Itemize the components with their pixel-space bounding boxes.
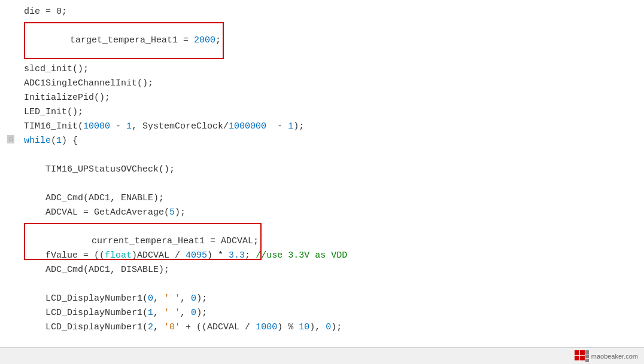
code-line — [24, 148, 638, 163]
code-text: TIM16_Init( — [24, 120, 83, 134]
code-number: 1 — [148, 306, 153, 320]
code-number: 10 — [299, 320, 309, 335]
code-text: , — [153, 306, 164, 320]
code-text: target_tempera_Heat1 = — [70, 35, 194, 45]
code-text: ); — [196, 292, 207, 306]
code-text: fValue = (( — [24, 249, 105, 263]
code-line: slcd_init(); — [24, 62, 638, 77]
highlighted-line-2: current_tempera_Heat1 = ADCVAL; — [24, 234, 638, 249]
code-number: 3.3 — [229, 249, 245, 263]
code-text: ), — [309, 320, 326, 335]
code-text: , — [153, 292, 164, 306]
code-text: ADC_Cmd(ADC1, ENABLE); — [24, 191, 164, 206]
svg-rect-5 — [585, 354, 589, 358]
code-line: LED_Init(); — [24, 105, 638, 120]
logo-icon — [575, 350, 589, 362]
code-number: 0 — [191, 292, 196, 306]
code-line: ADC_Cmd(ADC1, DISABLE); — [24, 263, 638, 277]
code-number: 1 — [126, 120, 132, 134]
code-line: LCD_DisplayNumber1(1, ' ', 0); — [24, 306, 638, 320]
code-text: , SystemCoreClock/ — [132, 120, 229, 134]
code-text: slcd_init(); — [24, 62, 89, 77]
code-number: 1 — [56, 134, 62, 148]
code-text: - — [110, 120, 126, 134]
code-container: □ die = 0; target_tempera_Heat1 = 2000; … — [0, 0, 644, 364]
code-area: die = 0; target_tempera_Heat1 = 2000; sl… — [18, 0, 644, 364]
code-line: ADC1SingleChannelInit(); — [24, 77, 638, 91]
svg-rect-2 — [575, 356, 579, 360]
code-text: current_tempera_Heat1 = ADCVAL; — [70, 236, 259, 246]
svg-rect-0 — [575, 350, 579, 355]
code-text: ; — [245, 249, 256, 263]
svg-rect-3 — [580, 356, 585, 360]
code-line: ADC_Cmd(ADC1, ENABLE); — [24, 191, 638, 206]
svg-rect-1 — [580, 350, 585, 355]
svg-rect-6 — [585, 359, 589, 362]
code-text: ); — [196, 306, 207, 320]
code-text: , — [180, 306, 191, 320]
code-string: '0' — [164, 320, 180, 335]
code-number: 4095 — [186, 249, 207, 263]
code-text: , — [180, 292, 191, 306]
code-text: LCD_DisplayNumber1( — [24, 292, 148, 306]
code-text: ) { — [62, 134, 78, 148]
code-line: TIM16_Init(10000 - 1, SystemCoreClock/10… — [24, 120, 638, 134]
code-text: ) * — [207, 249, 229, 263]
highlight-box-1: target_tempera_Heat1 = 2000; — [24, 22, 224, 60]
logo-text: maobeaker.com — [591, 353, 638, 360]
code-string: ' ' — [164, 292, 180, 306]
code-text: , — [153, 320, 164, 335]
code-text: ADCVAL = GetAdcAverage( — [24, 206, 169, 220]
code-text: ( — [51, 134, 56, 148]
code-number: 0 — [148, 292, 153, 306]
code-text: ); — [293, 120, 304, 134]
code-number: 1000000 — [229, 120, 266, 134]
code-line: TIM16_UPStatusOVCheck(); — [24, 163, 638, 177]
code-line: ADCVAL = GetAdcAverage(5); — [24, 206, 638, 220]
gutter-marker: □ — [7, 135, 14, 143]
code-line: LCD_DisplayNumber1(0, ' ', 0); — [24, 292, 638, 306]
code-text: ); — [331, 320, 342, 335]
code-text: LCD_DisplayNumber1( — [24, 320, 148, 335]
code-text: LCD_DisplayNumber1( — [24, 306, 148, 320]
code-text: + ((ADCVAL / — [180, 320, 256, 335]
code-text: ; — [215, 35, 221, 45]
code-text: LED_Init(); — [24, 105, 83, 120]
keyword-while: while — [24, 134, 51, 148]
code-number: 0 — [191, 306, 196, 320]
code-text: ADC1SingleChannelInit(); — [24, 77, 153, 91]
code-line-while: while(1) { — [24, 134, 638, 148]
highlighted-line-1: target_tempera_Heat1 = 2000; — [24, 33, 638, 48]
code-line: fValue = ((float)ADCVAL / 4095) * 3.3; /… — [24, 249, 638, 263]
code-text: InitializePid(); — [24, 91, 110, 105]
code-number: 2000 — [194, 35, 215, 45]
code-number: 10000 — [83, 120, 110, 134]
code-text: ADC_Cmd(ADC1, DISABLE); — [24, 263, 169, 277]
code-line — [24, 277, 638, 292]
code-text: ) % — [277, 320, 299, 335]
code-number: 1000 — [256, 320, 277, 335]
code-line: InitializePid(); — [24, 91, 638, 105]
keyword-float: float — [105, 249, 132, 263]
code-number: 2 — [148, 320, 153, 335]
code-text: TIM16_UPStatusOVCheck(); — [24, 163, 175, 177]
code-text: ); — [175, 206, 186, 220]
code-text: )ADCVAL / — [132, 249, 186, 263]
bottom-bar: maobeaker.com — [0, 347, 644, 364]
code-line: die = 0; — [24, 5, 638, 19]
code-string: ' ' — [164, 306, 180, 320]
code-text: - — [266, 120, 288, 134]
code-number: 5 — [169, 206, 175, 220]
code-number: 1 — [288, 120, 293, 134]
code-text: die = 0; — [24, 5, 67, 19]
svg-rect-4 — [585, 350, 589, 354]
code-line — [24, 177, 638, 191]
code-line: LCD_DisplayNumber1(2, '0' + ((ADCVAL / 1… — [24, 320, 638, 335]
code-comment: //use 3.3V as VDD — [256, 249, 347, 263]
code-number: 0 — [326, 320, 331, 335]
logo-area: maobeaker.com — [575, 350, 638, 362]
